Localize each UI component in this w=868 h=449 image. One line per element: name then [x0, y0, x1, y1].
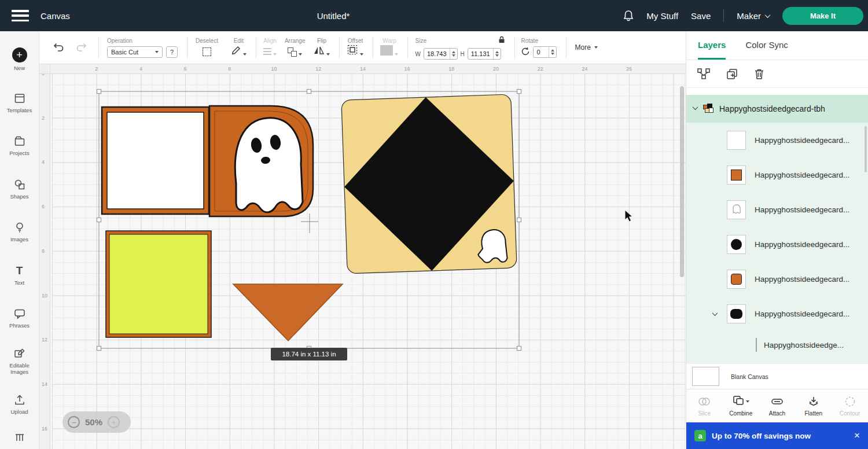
- size-section: Size W 18.743 H 11.131: [415, 35, 505, 60]
- close-icon[interactable]: ×: [854, 430, 860, 441]
- chevron-down-icon[interactable]: [712, 310, 718, 316]
- redo-button[interactable]: [74, 41, 89, 55]
- toolbar-divider: [98, 36, 99, 58]
- zoom-in-button[interactable]: +: [108, 416, 120, 428]
- topbar-divider: [723, 9, 724, 22]
- shape-tan-card[interactable]: [341, 94, 517, 274]
- blank-canvas-thumbnail: [692, 367, 719, 386]
- layer-group-header[interactable]: Happyghostsideedgecard-tbh: [686, 95, 868, 123]
- combine-icon: [733, 395, 744, 408]
- layer-row[interactable]: Happyghostsideedgecard...: [686, 157, 868, 192]
- arrange-icon: [288, 47, 297, 57]
- sidebar-item-new[interactable]: + New: [0, 38, 39, 81]
- panel-scrollbar[interactable]: [865, 126, 867, 172]
- width-stepper[interactable]: [450, 49, 457, 59]
- edit-toolbar: Operation Basic Cut ? Deselect Edit Alig…: [39, 31, 686, 64]
- rotate-icon[interactable]: [521, 47, 530, 57]
- shape-orange-triangle[interactable]: [233, 284, 343, 341]
- canvas-label: Canvas: [41, 11, 70, 21]
- sidebar-item-projects[interactable]: Projects: [0, 124, 39, 167]
- group-thumbnail-icon: [703, 104, 713, 114]
- rotate-input[interactable]: 0: [533, 46, 557, 58]
- layer-row[interactable]: Happyghostsideedgecard...: [686, 227, 868, 262]
- attach-icon: [771, 395, 784, 408]
- toolbar-divider: [514, 36, 515, 58]
- machine-selector[interactable]: Maker: [737, 11, 770, 21]
- panel-tabs: Layers Color Sync: [686, 31, 868, 60]
- menu-icon[interactable]: [12, 10, 29, 21]
- operation-help-button[interactable]: ?: [166, 46, 178, 58]
- toolbar-divider: [373, 36, 373, 58]
- align-section: Align: [263, 38, 277, 58]
- deselect-section[interactable]: Deselect: [196, 38, 218, 58]
- promo-banner-text: Up to 70% off savings now: [712, 432, 848, 440]
- canvas-workspace[interactable]: 2468101214161820222426 0246810121416: [39, 64, 686, 449]
- sidebar-item-editable-images[interactable]: Editable Images: [0, 340, 39, 382]
- tab-layers[interactable]: Layers: [698, 31, 726, 60]
- machine-name: Maker: [737, 11, 761, 21]
- layer-thumbnail-orange-rounded: [727, 270, 746, 289]
- chevron-down-icon: [273, 53, 277, 56]
- zoom-out-button[interactable]: −: [68, 416, 80, 428]
- plus-icon: +: [12, 47, 27, 62]
- toolbar-divider: [407, 36, 408, 58]
- top-bar: Canvas Untitled* My Stuff Save Maker Mak…: [0, 0, 868, 31]
- lock-icon[interactable]: [498, 35, 505, 46]
- height-stepper[interactable]: [493, 49, 501, 59]
- chevron-down-icon[interactable]: [693, 104, 698, 110]
- shape-ghost-card[interactable]: [209, 106, 313, 216]
- chevron-down-icon: [395, 53, 398, 56]
- canvas-vertical-scrollbar[interactable]: [680, 86, 684, 277]
- toolbar-divider: [566, 36, 567, 58]
- make-it-button[interactable]: Make It: [782, 7, 863, 25]
- height-input[interactable]: 11.131: [468, 48, 501, 60]
- sidebar-item-images[interactable]: Images: [0, 211, 39, 253]
- templates-icon: [13, 92, 26, 105]
- arrange-section[interactable]: Arrange: [285, 38, 306, 58]
- rotate-stepper[interactable]: [549, 47, 556, 57]
- operation-dropdown[interactable]: Basic Cut: [107, 46, 163, 58]
- topbar-right: My Stuff Save Maker Make It: [623, 7, 863, 25]
- sidebar-item-shapes[interactable]: Shapes: [0, 167, 39, 210]
- sidebar-item-upload[interactable]: Upload: [0, 383, 39, 426]
- document-title[interactable]: Untitled*: [317, 11, 350, 21]
- blank-canvas-row[interactable]: Blank Canvas: [686, 363, 868, 389]
- attach-button[interactable]: Attach: [759, 395, 796, 417]
- contour-icon: [844, 395, 856, 408]
- offset-section[interactable]: Offset: [347, 38, 363, 58]
- my-stuff-link[interactable]: My Stuff: [646, 11, 678, 21]
- edit-section[interactable]: Edit: [231, 38, 247, 58]
- shape-lime-square[interactable]: [106, 231, 211, 337]
- height-label: H: [461, 51, 465, 57]
- save-link[interactable]: Save: [691, 11, 711, 21]
- promo-banner[interactable]: a Up to 70% off savings now ×: [686, 422, 868, 449]
- sub-layer-row[interactable]: Happyghostsideedge...: [686, 331, 868, 359]
- trash-icon[interactable]: [753, 68, 765, 80]
- layer-row[interactable]: Happyghostsideedgecard...: [686, 262, 868, 296]
- ungroup-icon[interactable]: [697, 68, 711, 80]
- combine-button[interactable]: Combine: [723, 395, 759, 417]
- layer-row[interactable]: Happyghostsideedgecard...: [686, 192, 868, 227]
- sidebar-item-templates[interactable]: Templates: [0, 81, 39, 124]
- sidebar-item-partial[interactable]: [0, 426, 39, 449]
- duplicate-icon[interactable]: [726, 68, 738, 80]
- shapes-icon: [13, 178, 26, 191]
- tab-color-sync[interactable]: Color Sync: [745, 31, 788, 60]
- cricut-access-icon: a: [694, 430, 706, 441]
- sidebar-item-phrases[interactable]: Phrases: [0, 297, 39, 340]
- flatten-button[interactable]: Flatten: [795, 395, 832, 417]
- layer-row-expandable[interactable]: Happyghostsideedgecard...: [686, 296, 868, 331]
- more-button[interactable]: More: [575, 43, 597, 51]
- layers-actions-row: [686, 60, 868, 88]
- layer-row[interactable]: Happyghostsideedgecard...: [686, 123, 868, 157]
- sidebar-item-text[interactable]: T Text: [0, 253, 39, 296]
- upload-icon: [13, 393, 26, 406]
- ghost-body[interactable]: [235, 118, 303, 212]
- layer-thumbnail-black-circle: [727, 235, 746, 254]
- width-input[interactable]: 18.743: [424, 48, 458, 60]
- undo-button[interactable]: [51, 41, 66, 55]
- warp-icon: [380, 45, 393, 58]
- notifications-bell-icon[interactable]: [623, 10, 634, 21]
- flip-section[interactable]: Flip: [313, 38, 330, 58]
- shape-white-card[interactable]: [102, 107, 209, 214]
